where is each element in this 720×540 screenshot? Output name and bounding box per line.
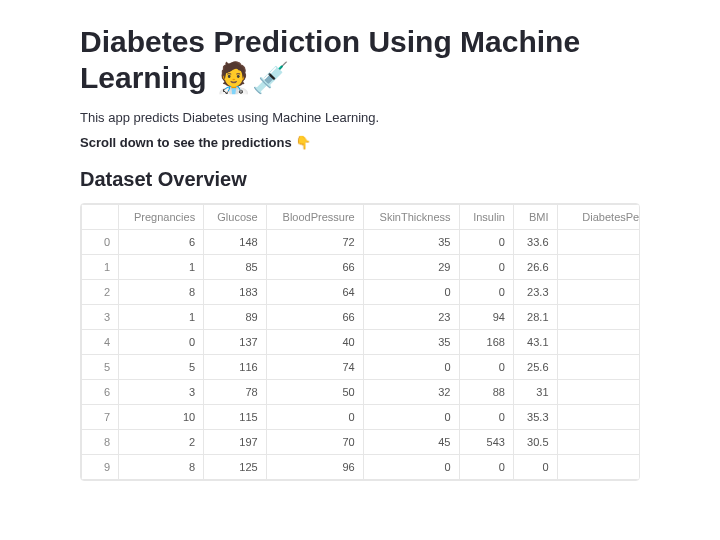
table-cell: 183 [204, 280, 266, 305]
table-row[interactable]: 318966239428.10.167 [82, 305, 641, 330]
table-cell: 0.201 [557, 355, 640, 380]
table-cell: 85 [204, 255, 266, 280]
column-header-bmi[interactable]: BMI [513, 205, 557, 230]
table-cell: 25.6 [513, 355, 557, 380]
table-cell: 0 [459, 255, 513, 280]
table-cell: 64 [266, 280, 363, 305]
table-body: 061487235033.60.62711856629026.60.351281… [82, 230, 641, 480]
table-row[interactable]: 98125960000.232 [82, 455, 641, 480]
row-index: 2 [82, 280, 119, 305]
table-cell: 26.6 [513, 255, 557, 280]
table-cell: 0 [459, 230, 513, 255]
table-cell: 0.627 [557, 230, 640, 255]
row-index: 4 [82, 330, 119, 355]
table-cell: 32 [363, 380, 459, 405]
table-cell: 45 [363, 430, 459, 455]
table-cell: 0.167 [557, 305, 640, 330]
scroll-note: Scroll down to see the predictions 👇 [80, 135, 640, 150]
table-row[interactable]: 28183640023.30.672 [82, 280, 641, 305]
table-cell: 10 [119, 405, 204, 430]
row-index: 8 [82, 430, 119, 455]
table-row[interactable]: 40137403516843.12.288 [82, 330, 641, 355]
table-row[interactable]: 71011500035.30.134 [82, 405, 641, 430]
table-cell: 6 [119, 230, 204, 255]
table-cell: 5 [119, 355, 204, 380]
table-row[interactable]: 11856629026.60.351 [82, 255, 641, 280]
app-description: This app predicts Diabetes using Machine… [80, 110, 640, 125]
row-index: 1 [82, 255, 119, 280]
table-row[interactable]: 061487235033.60.627 [82, 230, 641, 255]
table-cell: 23 [363, 305, 459, 330]
row-index: 5 [82, 355, 119, 380]
column-header-pregnancies[interactable]: Pregnancies [119, 205, 204, 230]
table-cell: 0.672 [557, 280, 640, 305]
row-index: 9 [82, 455, 119, 480]
table-cell: 40 [266, 330, 363, 355]
table-cell: 94 [459, 305, 513, 330]
table-cell: 0 [363, 405, 459, 430]
dataset-table-container[interactable]: Pregnancies Glucose BloodPressure SkinTh… [80, 203, 640, 481]
table-cell: 23.3 [513, 280, 557, 305]
page-title: Diabetes Prediction Using Machine Learni… [80, 24, 640, 96]
table-cell: 0 [119, 330, 204, 355]
table-cell: 78 [204, 380, 266, 405]
table-cell: 43.1 [513, 330, 557, 355]
table-cell: 74 [266, 355, 363, 380]
table-cell: 3 [119, 380, 204, 405]
table-cell: 66 [266, 305, 363, 330]
table-cell: 0.351 [557, 255, 640, 280]
table-cell: 197 [204, 430, 266, 455]
row-index: 6 [82, 380, 119, 405]
table-cell: 96 [266, 455, 363, 480]
table-cell: 35.3 [513, 405, 557, 430]
table-cell: 1 [119, 255, 204, 280]
table-cell: 0 [266, 405, 363, 430]
table-cell: 543 [459, 430, 513, 455]
table-cell: 2 [119, 430, 204, 455]
column-header-diabetespedigree[interactable]: DiabetesPedigreeFunction [557, 205, 640, 230]
column-header-bloodpressure[interactable]: BloodPressure [266, 205, 363, 230]
dataset-table: Pregnancies Glucose BloodPressure SkinTh… [81, 204, 640, 480]
table-row[interactable]: 6378503288310.248 [82, 380, 641, 405]
table-cell: 115 [204, 405, 266, 430]
table-cell: 148 [204, 230, 266, 255]
table-cell: 8 [119, 455, 204, 480]
column-header-insulin[interactable]: Insulin [459, 205, 513, 230]
table-cell: 0 [459, 355, 513, 380]
table-cell: 2.288 [557, 330, 640, 355]
table-cell: 137 [204, 330, 266, 355]
table-cell: 0 [363, 455, 459, 480]
table-cell: 0 [459, 455, 513, 480]
table-cell: 0 [363, 280, 459, 305]
table-cell: 0.248 [557, 380, 640, 405]
row-index: 3 [82, 305, 119, 330]
table-cell: 0 [513, 455, 557, 480]
table-cell: 125 [204, 455, 266, 480]
column-header-glucose[interactable]: Glucose [204, 205, 266, 230]
table-cell: 35 [363, 330, 459, 355]
table-cell: 8 [119, 280, 204, 305]
table-header-row: Pregnancies Glucose BloodPressure SkinTh… [82, 205, 641, 230]
table-cell: 0.158 [557, 430, 640, 455]
table-cell: 0 [459, 405, 513, 430]
column-header-index[interactable] [82, 205, 119, 230]
row-index: 7 [82, 405, 119, 430]
table-cell: 30.5 [513, 430, 557, 455]
table-cell: 29 [363, 255, 459, 280]
table-row[interactable]: 82197704554330.50.158 [82, 430, 641, 455]
table-cell: 0 [363, 355, 459, 380]
row-index: 0 [82, 230, 119, 255]
table-cell: 0.134 [557, 405, 640, 430]
table-cell: 33.6 [513, 230, 557, 255]
dataset-heading: Dataset Overview [80, 168, 640, 191]
table-cell: 168 [459, 330, 513, 355]
table-cell: 66 [266, 255, 363, 280]
table-cell: 89 [204, 305, 266, 330]
table-row[interactable]: 55116740025.60.201 [82, 355, 641, 380]
table-cell: 72 [266, 230, 363, 255]
table-cell: 70 [266, 430, 363, 455]
table-cell: 0 [459, 280, 513, 305]
table-cell: 50 [266, 380, 363, 405]
column-header-skinthickness[interactable]: SkinThickness [363, 205, 459, 230]
table-cell: 1 [119, 305, 204, 330]
